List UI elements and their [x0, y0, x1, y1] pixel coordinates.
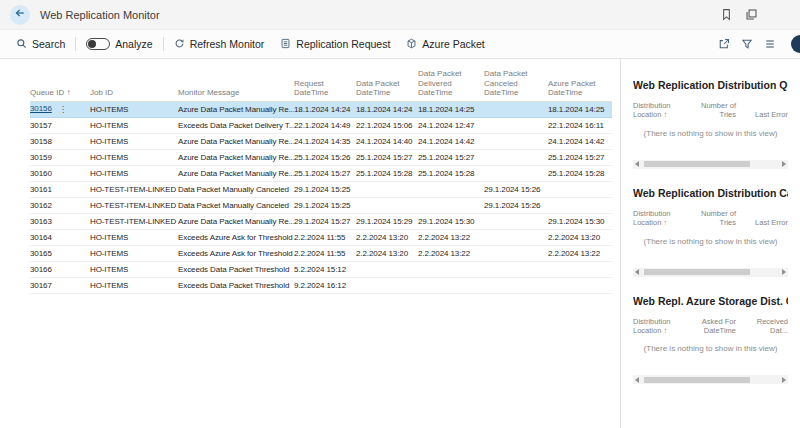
col-header-monitor-message[interactable]: Monitor Message [178, 67, 294, 101]
queue-id-link[interactable]: 30156 [30, 104, 52, 113]
scrollbar-thumb[interactable] [644, 161, 750, 167]
panel-col-middle[interactable]: Number of Tries [686, 209, 736, 228]
cell-job-id[interactable]: HO-TEST-ITEM-LINKED [90, 213, 178, 229]
cell-queue-id[interactable]: 30157 [30, 117, 90, 133]
round-action-button[interactable] [791, 35, 800, 53]
scroll-right-icon[interactable] [782, 269, 786, 275]
cell-monitor-message[interactable]: Exceeds Data Packet Threshold [178, 277, 294, 293]
queue-id-link[interactable]: 30164 [30, 233, 52, 242]
cell-azure-packet-datetime[interactable]: 24.1.2024 14:42 [548, 133, 612, 149]
col-header-job-id[interactable]: Job ID [90, 67, 178, 101]
cell-request-datetime[interactable]: 9.2.2024 16:12 [294, 277, 356, 293]
cell-data-packet-delivered-datetime[interactable] [418, 197, 484, 213]
table-row[interactable]: 30160 HO-ITEMS Azure Data Packet Manuall… [30, 165, 612, 181]
cell-data-packet-canceled-datetime[interactable] [484, 133, 548, 149]
table-row[interactable]: 30165 HO-ITEMS Exceeds Azure Ask for Thr… [30, 245, 612, 261]
cell-request-datetime[interactable]: 22.1.2024 14:49 [294, 117, 356, 133]
cell-queue-id[interactable]: 30167 [30, 277, 90, 293]
cell-data-packet-datetime[interactable] [356, 277, 418, 293]
col-header-azure-packet-datetime[interactable]: Azure Packet DateTime [548, 67, 612, 101]
cell-job-id[interactable]: HO-TEST-ITEM-LINKED [90, 181, 178, 197]
cell-data-packet-canceled-datetime[interactable] [484, 261, 548, 277]
cell-data-packet-delivered-datetime[interactable]: 29.1.2024 15:30 [418, 213, 484, 229]
cell-data-packet-datetime[interactable]: 25.1.2024 15:27 [356, 149, 418, 165]
scroll-left-icon[interactable] [635, 377, 639, 383]
horizontal-scrollbar[interactable] [633, 160, 788, 169]
scrollbar-thumb[interactable] [644, 377, 750, 383]
cell-queue-id[interactable]: 30159 [30, 149, 90, 165]
panel-col-middle[interactable]: Asked For DateTime [686, 317, 736, 336]
cell-data-packet-delivered-datetime[interactable]: 2.2.2024 13:22 [418, 229, 484, 245]
queue-id-link[interactable]: 30167 [30, 281, 52, 290]
panel-col-distribution-location[interactable]: Distribution Location ↑ [633, 101, 682, 120]
horizontal-scrollbar[interactable] [633, 375, 788, 384]
table-row[interactable]: 30158 HO-ITEMS Azure Data Packet Manuall… [30, 133, 612, 149]
cell-request-datetime[interactable]: 24.1.2024 14:35 [294, 133, 356, 149]
cell-queue-id[interactable]: 30163 [30, 213, 90, 229]
cell-azure-packet-datetime[interactable]: 25.1.2024 15:27 [548, 149, 612, 165]
cell-monitor-message[interactable]: Azure Data Packet Manually Re... [178, 213, 294, 229]
cell-request-datetime[interactable]: 25.1.2024 15:26 [294, 149, 356, 165]
cell-data-packet-delivered-datetime[interactable] [418, 277, 484, 293]
table-row[interactable]: 30157 HO-ITEMS Exceeds Data Packet Deliv… [30, 117, 612, 133]
cell-data-packet-datetime[interactable] [356, 197, 418, 213]
queue-id-link[interactable]: 30162 [30, 201, 52, 210]
cell-request-datetime[interactable]: 18.1.2024 14:24 [294, 101, 356, 117]
cell-data-packet-datetime[interactable]: 22.1.2024 15:06 [356, 117, 418, 133]
cell-monitor-message[interactable]: Exceeds Data Packet Threshold [178, 261, 294, 277]
refresh-monitor-button[interactable]: Refresh Monitor [166, 30, 273, 58]
cell-azure-packet-datetime[interactable]: 22.1.2024 16:11 [548, 117, 612, 133]
cell-job-id[interactable]: HO-ITEMS [90, 261, 178, 277]
toggle-switch-icon[interactable] [86, 38, 110, 50]
table-row[interactable]: 30164 HO-ITEMS Exceeds Azure Ask for Thr… [30, 229, 612, 245]
queue-id-link[interactable]: 30165 [30, 249, 52, 258]
cell-queue-id[interactable]: 30164 [30, 229, 90, 245]
cell-data-packet-datetime[interactable]: 18.1.2024 14:24 [356, 101, 418, 117]
cell-queue-id[interactable]: 30161 [30, 181, 90, 197]
cell-data-packet-canceled-datetime[interactable] [484, 101, 548, 117]
cell-azure-packet-datetime[interactable] [548, 261, 612, 277]
cell-data-packet-datetime[interactable] [356, 181, 418, 197]
cell-queue-id[interactable]: 30165 [30, 245, 90, 261]
cell-queue-id[interactable]: 30162 [30, 197, 90, 213]
panel-col-right[interactable]: Last Error [740, 110, 788, 119]
col-header-data-packet-delivered[interactable]: Data Packet Delivered DateTime [418, 67, 484, 101]
cell-request-datetime[interactable]: 29.1.2024 15:25 [294, 197, 356, 213]
cell-monitor-message[interactable]: Azure Data Packet Manually Re... [178, 149, 294, 165]
cell-data-packet-delivered-datetime[interactable]: 18.1.2024 14:25 [418, 101, 484, 117]
filter-icon[interactable] [741, 38, 753, 50]
scrollbar-thumb[interactable] [644, 269, 750, 275]
cell-azure-packet-datetime[interactable] [548, 277, 612, 293]
panel-col-distribution-location[interactable]: Distribution Location ↑ [633, 209, 682, 228]
queue-id-link[interactable]: 30160 [30, 169, 52, 178]
queue-id-link[interactable]: 30158 [30, 137, 52, 146]
cell-data-packet-datetime[interactable]: 2.2.2024 13:20 [356, 229, 418, 245]
search-button[interactable]: Search [8, 30, 73, 58]
cell-data-packet-delivered-datetime[interactable]: 25.1.2024 15:28 [418, 165, 484, 181]
table-row[interactable]: 30162 HO-TEST-ITEM-LINKED Data Packet Ma… [30, 197, 612, 213]
cell-data-packet-canceled-datetime[interactable] [484, 165, 548, 181]
col-header-queue-id[interactable]: Queue ID ↑ [30, 67, 90, 101]
cell-data-packet-datetime[interactable] [356, 261, 418, 277]
row-menu-icon[interactable] [59, 104, 67, 114]
menu-icon[interactable] [764, 38, 776, 50]
cell-request-datetime[interactable]: 2.2.2024 11:55 [294, 229, 356, 245]
cell-azure-packet-datetime[interactable]: 18.1.2024 14:25 [548, 101, 612, 117]
cell-monitor-message[interactable]: Azure Data Packet Manually Re... [178, 101, 294, 117]
queue-id-link[interactable]: 30163 [30, 217, 52, 226]
panel-col-middle[interactable]: Number of Tries [686, 101, 736, 120]
cell-data-packet-datetime[interactable]: 24.1.2024 14:40 [356, 133, 418, 149]
horizontal-scrollbar[interactable] [633, 268, 788, 277]
cell-request-datetime[interactable]: 5.2.2024 15:12 [294, 261, 356, 277]
col-header-request-datetime[interactable]: Request DateTime [294, 67, 356, 101]
open-in-window-icon[interactable] [745, 8, 758, 21]
back-button[interactable] [10, 5, 30, 25]
cell-data-packet-canceled-datetime[interactable] [484, 117, 548, 133]
replication-request-button[interactable]: Replication Request [272, 30, 398, 58]
cell-queue-id[interactable]: 30160 [30, 165, 90, 181]
scroll-right-icon[interactable] [782, 377, 786, 383]
cell-azure-packet-datetime[interactable]: 2.2.2024 13:20 [548, 229, 612, 245]
cell-data-packet-datetime[interactable]: 29.1.2024 15:29 [356, 213, 418, 229]
panel-col-right[interactable]: Last Error [740, 218, 788, 227]
cell-job-id[interactable]: HO-ITEMS [90, 117, 178, 133]
